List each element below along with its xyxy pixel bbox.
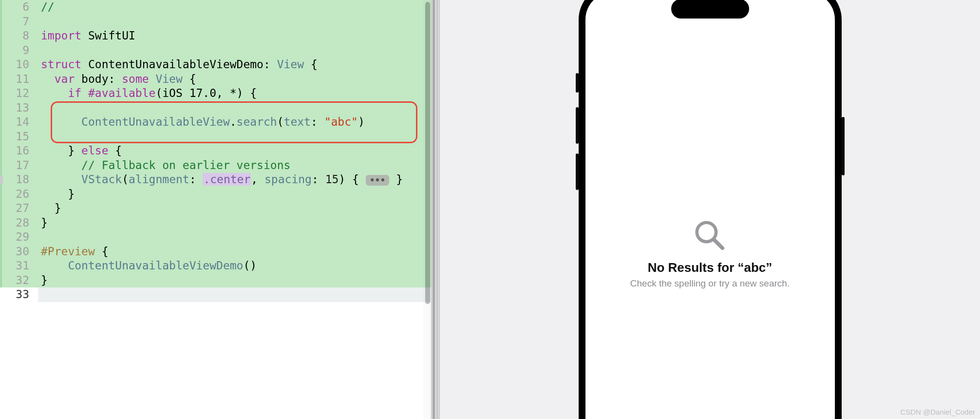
line-number[interactable]: 12: [0, 86, 38, 101]
text-token: }: [68, 144, 81, 157]
text-token: }: [41, 216, 48, 229]
line-number[interactable]: 33: [0, 287, 33, 302]
code-editor-pane[interactable]: 6 7 8 9 10 11 12 13 14 15 16 17 18 26 27…: [0, 0, 431, 419]
keyword-token: struct: [41, 58, 81, 71]
comment-token: //: [41, 0, 55, 13]
text-token: .: [230, 115, 237, 128]
iphone-device-frame: No Results for “abc” Check the spelling …: [579, 0, 842, 419]
code-line[interactable]: // Fallback on earlier versions: [38, 158, 431, 173]
code-line[interactable]: [38, 101, 431, 115]
line-number[interactable]: 8: [0, 29, 38, 43]
code-line[interactable]: }: [38, 187, 431, 202]
text-token: :: [189, 173, 203, 186]
line-number[interactable]: 28: [0, 216, 38, 230]
keyword-token: #available: [81, 87, 155, 99]
line-number[interactable]: 27: [0, 201, 38, 216]
line-number[interactable]: 17: [0, 158, 38, 173]
phone-volume-up-button: [576, 107, 579, 144]
line-number[interactable]: 29: [0, 230, 38, 245]
line-number[interactable]: 31: [0, 259, 38, 273]
preview-canvas[interactable]: No Results for “abc” Check the spelling …: [440, 0, 980, 419]
code-line[interactable]: [38, 230, 431, 245]
code-line[interactable]: struct ContentUnavailableViewDemo: View …: [38, 57, 431, 72]
dynamic-island: [671, 0, 749, 19]
line-number[interactable]: 30: [0, 245, 38, 259]
vertical-scrollbar[interactable]: [423, 0, 431, 419]
code-line[interactable]: }: [38, 201, 431, 216]
empty-state-title: No Results for “abc”: [648, 260, 773, 275]
text-token: (: [277, 115, 284, 128]
line-number[interactable]: 13: [0, 101, 38, 115]
text-token: :: [312, 173, 325, 186]
text-token: ,: [251, 173, 264, 186]
pane-divider[interactable]: [431, 0, 440, 419]
code-line[interactable]: ContentUnavailableView.search(text: "abc…: [38, 115, 431, 130]
keyword-token: some: [122, 73, 149, 85]
line-number[interactable]: 32: [0, 273, 38, 288]
svg-line-1: [714, 239, 723, 248]
code-line[interactable]: if #available(iOS 17.0, *) {: [38, 86, 431, 101]
line-number[interactable]: 7: [0, 15, 38, 29]
code-line[interactable]: } else {: [38, 144, 431, 158]
type-token: View: [277, 58, 304, 71]
code-line[interactable]: #Preview {: [38, 245, 431, 259]
arg-token: alignment: [129, 173, 189, 186]
code-text-area[interactable]: // import SwiftUI struct ContentUnavaila…: [38, 0, 431, 419]
string-token: "abc": [324, 115, 358, 128]
line-number[interactable]: 11: [0, 72, 38, 87]
watermark-text: CSDN @Daniel_Coder: [900, 408, 975, 416]
line-number[interactable]: 10: [0, 57, 38, 72]
code-line[interactable]: [38, 15, 431, 29]
line-number[interactable]: 16: [0, 144, 38, 158]
number-token: 15: [325, 173, 339, 186]
fold-indicator-icon[interactable]: ›: [0, 175, 3, 184]
text-token: (iOS 17.0, *) {: [155, 87, 257, 99]
function-token: search: [237, 115, 277, 128]
code-line[interactable]: import SwiftUI: [38, 29, 431, 43]
code-fold-badge[interactable]: •••: [366, 175, 390, 186]
text-token: }: [396, 173, 403, 186]
line-number[interactable]: 18: [0, 172, 38, 187]
macro-token: #Preview: [41, 245, 95, 258]
code-line[interactable]: var body: some View {: [38, 72, 431, 87]
content-unavailable-view: No Results for “abc” Check the spelling …: [630, 218, 790, 289]
line-number[interactable]: 9: [0, 43, 38, 58]
line-number[interactable]: 6: [0, 0, 38, 15]
text-token: {: [183, 73, 196, 85]
phone-screen[interactable]: No Results for “abc” Check the spelling …: [585, 0, 835, 419]
code-container: 6 7 8 9 10 11 12 13 14 15 16 17 18 26 27…: [0, 0, 431, 419]
text-token: SwiftUI: [81, 29, 135, 42]
enum-token: .center: [203, 173, 251, 186]
code-line[interactable]: [38, 130, 431, 144]
phone-volume-down-button: [576, 153, 579, 190]
text-token: (: [122, 173, 129, 186]
phone-power-button: [842, 117, 845, 175]
scrollbar-thumb[interactable]: [425, 2, 430, 304]
line-number[interactable]: 15: [0, 130, 38, 144]
type-token: ContentUnavailableViewDemo: [68, 259, 243, 272]
keyword-token: else: [81, 144, 108, 157]
type-token: VStack: [81, 173, 122, 186]
text-token: ): [358, 115, 365, 128]
code-line[interactable]: //: [38, 0, 431, 15]
code-line[interactable]: [38, 287, 431, 302]
comment-token: // Fallback on earlier versions: [81, 159, 290, 171]
code-line[interactable]: ContentUnavailableViewDemo(): [38, 259, 431, 273]
text-token: }: [41, 274, 48, 286]
line-number[interactable]: 26: [0, 187, 38, 202]
type-token: View: [149, 73, 183, 85]
line-number-gutter[interactable]: 6 7 8 9 10 11 12 13 14 15 16 17 18 26 27…: [0, 0, 38, 419]
text-token: body:: [75, 73, 122, 85]
text-token: {: [95, 245, 109, 258]
keyword-token: if: [68, 87, 81, 99]
empty-state-subtitle: Check the spelling or try a new search.: [630, 278, 790, 289]
magnifyingglass-icon: [693, 218, 727, 252]
code-line[interactable]: VStack(alignment: .center, spacing: 15) …: [38, 172, 431, 187]
keyword-token: import: [41, 29, 81, 42]
code-line[interactable]: }: [38, 273, 431, 288]
line-number[interactable]: 14: [0, 115, 38, 130]
arg-token: text: [284, 115, 311, 128]
text-token: ContentUnavailableViewDemo:: [81, 58, 277, 71]
code-line[interactable]: }: [38, 216, 431, 230]
code-line[interactable]: [38, 43, 431, 58]
